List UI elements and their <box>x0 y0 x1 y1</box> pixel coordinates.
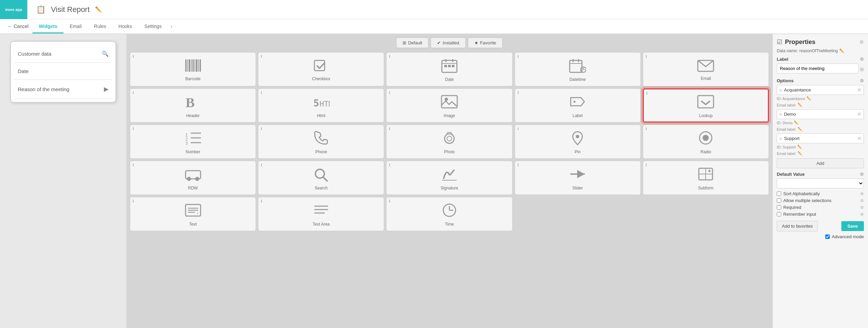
widget-barcode[interactable]: ℹ Barcode <box>130 52 256 86</box>
widget-html[interactable]: ℹ 5HTML Html <box>258 88 384 123</box>
lookup-label: Lookup <box>699 113 713 118</box>
email-info-icon: ℹ <box>646 54 647 59</box>
option-delete-3[interactable]: ✕ <box>857 135 862 142</box>
widget-label[interactable]: ℹ Label <box>515 88 641 123</box>
widget-datetime[interactable]: ℹ Datetime <box>515 52 641 86</box>
option-delete-2[interactable]: ✕ <box>857 111 862 117</box>
option-email-edit-2[interactable]: ✏️ <box>798 127 802 131</box>
widget-signature[interactable]: ℹ Signature <box>386 161 512 195</box>
option-id-edit-3[interactable]: ✏️ <box>797 145 802 149</box>
sort-alphabetically-row: Sort Alphabetically ⚙ <box>777 191 864 196</box>
option-email-edit-3[interactable]: ✏️ <box>798 151 802 156</box>
app-icon: 📋 <box>36 5 45 14</box>
text-label: Text <box>189 222 197 227</box>
option-row-3: ≡ Support ✕ <box>777 133 864 143</box>
option-text-2: Demo <box>784 112 857 117</box>
preview-field-reason: Reason of the meeting ▶ <box>14 80 112 99</box>
label-input[interactable] <box>777 63 858 73</box>
save-button[interactable]: Save <box>841 221 864 231</box>
widget-rdw[interactable]: ℹ RDW <box>130 161 256 195</box>
widget-checkbox[interactable]: ℹ Checkbox <box>258 52 384 86</box>
option-email-3: Email label: ✏️ <box>777 151 864 156</box>
option-email-edit-1[interactable]: ✏️ <box>798 103 802 107</box>
allow-multiple-row: Allow multiple selections ⚙ <box>777 198 864 203</box>
default-value-select[interactable] <box>777 179 864 188</box>
remember-info-icon: ⚙ <box>860 212 864 217</box>
widget-lookup[interactable]: ℹ Lookup <box>643 88 769 123</box>
filter-favorite[interactable]: ★ Favorite <box>468 38 503 48</box>
label-section: Label ⚙ <box>777 57 864 62</box>
email-icon <box>697 59 714 74</box>
remember-input-row: Remember input ⚙ <box>777 212 864 217</box>
left-panel: Customer data 🔍 Date Reason of the meeti… <box>0 34 126 328</box>
svg-rect-3 <box>191 59 192 72</box>
filter-installed[interactable]: ✔ Installed <box>431 38 465 48</box>
sort-info-icon: ⚙ <box>860 191 864 196</box>
widget-email[interactable]: ℹ Email <box>643 52 769 86</box>
widget-text[interactable]: ℹ Text <box>130 197 256 231</box>
allow-multiple-info-icon: ⚙ <box>860 198 864 203</box>
tab-hooks[interactable]: Hooks <box>112 20 138 33</box>
datetime-icon <box>569 58 586 75</box>
radio-icon <box>697 130 714 147</box>
widget-phone[interactable]: ℹ Phone <box>258 125 384 159</box>
tab-email[interactable]: Email <box>64 20 88 33</box>
favorite-label: Favorite <box>480 40 496 45</box>
add-option-button[interactable]: Add <box>777 158 864 168</box>
cancel-button[interactable]: ← Cancel <box>3 24 32 29</box>
widget-date[interactable]: ℹ Date <box>386 52 512 86</box>
sort-alphabetically-checkbox[interactable] <box>777 191 781 196</box>
widget-pin[interactable]: ℹ Pin <box>515 125 641 159</box>
add-favorites-button[interactable]: Add to favorites <box>777 221 818 231</box>
preview-label-customer: Customer data <box>18 51 51 57</box>
subform-info-icon: ℹ <box>646 163 647 167</box>
nav-bar: ← Cancel Widgets Email Rules Hooks Setti… <box>0 19 868 34</box>
required-checkbox[interactable] <box>777 205 781 210</box>
widget-image[interactable]: ℹ Image <box>386 88 512 123</box>
svg-rect-6 <box>196 59 198 72</box>
html-label: Html <box>317 113 325 118</box>
svg-rect-2 <box>189 59 190 72</box>
widget-time[interactable]: ℹ Time <box>386 197 512 231</box>
widget-number[interactable]: ℹ 123 Number <box>130 125 256 159</box>
advanced-mode-label: Advanced mode <box>832 234 864 239</box>
time-icon <box>441 203 458 220</box>
widget-header[interactable]: ℹ B Header <box>130 88 256 123</box>
search-icon <box>313 167 330 184</box>
data-name-edit-icon[interactable]: ✏️ <box>839 48 844 53</box>
option-text-3: Support <box>784 136 857 141</box>
header-icon: B <box>185 94 202 111</box>
search-label: Search <box>315 186 328 190</box>
svg-marker-50 <box>577 170 585 178</box>
widget-subform[interactable]: ℹ Subform <box>643 161 769 195</box>
sort-alphabetically-label: Sort Alphabetically <box>783 191 820 196</box>
widget-radio[interactable]: ℹ Radio <box>643 125 769 159</box>
checkbox-icon <box>313 59 330 74</box>
filter-default[interactable]: ⊞ Default <box>396 38 429 48</box>
textarea-icon <box>313 203 330 220</box>
option-delete-1[interactable]: ✕ <box>857 87 862 93</box>
widget-photo[interactable]: ℹ Photo <box>386 125 512 159</box>
widget-textarea[interactable]: ℹ Text Area <box>258 197 384 231</box>
checkbox-label: Checkbox <box>312 76 330 81</box>
svg-point-42 <box>703 135 709 141</box>
option-id-edit-1[interactable]: ✏️ <box>806 96 811 101</box>
tab-rules[interactable]: Rules <box>88 20 112 33</box>
allow-multiple-checkbox[interactable] <box>777 198 781 203</box>
advanced-mode-checkbox[interactable] <box>825 234 830 239</box>
widgets-grid: ℹ Barcode ℹ Checkbox ℹ Date <box>130 52 769 231</box>
remember-input-checkbox[interactable] <box>777 212 781 216</box>
widget-search[interactable]: ℹ Search <box>258 161 384 195</box>
time-label: Time <box>445 222 454 227</box>
tab-settings[interactable]: Settings <box>138 20 168 33</box>
widget-slider[interactable]: ℹ Slider <box>515 161 641 195</box>
installed-icon: ✔ <box>437 40 441 45</box>
phone-icon <box>313 130 330 147</box>
title-edit-icon[interactable]: ✏️ <box>95 6 102 13</box>
option-id-edit-2[interactable]: ✏️ <box>794 120 799 125</box>
collapse-icon[interactable]: ‹ <box>171 23 173 30</box>
data-name-row: Data name: reasonOfTheMeeting ✏️ <box>777 48 864 53</box>
tab-widgets[interactable]: Widgets <box>32 20 63 33</box>
advanced-mode-row: Advanced mode <box>777 234 864 239</box>
option-row-1: ≡ Acquaintance ✕ <box>777 85 864 95</box>
